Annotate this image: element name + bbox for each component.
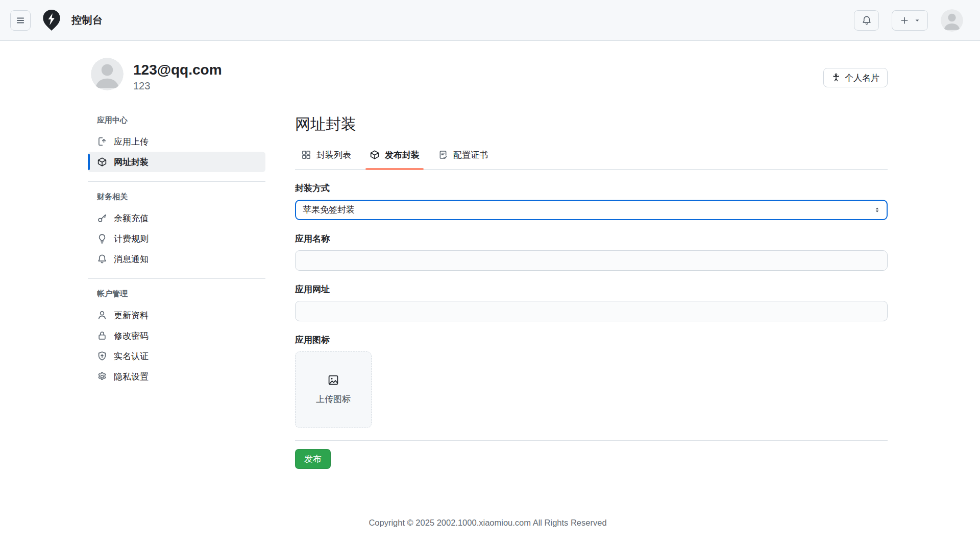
user-email: 123@qq.com xyxy=(133,62,222,78)
lock-icon xyxy=(97,330,107,341)
create-new-button[interactable] xyxy=(892,10,928,31)
sidebar-item-notifications[interactable]: 消息通知 xyxy=(88,249,265,269)
notifications-button[interactable] xyxy=(854,10,879,31)
key-icon xyxy=(97,213,107,223)
user-name: 123 xyxy=(133,80,222,92)
sidebar-item-label: 余额充值 xyxy=(114,213,149,224)
sidebar-item-label: 应用上传 xyxy=(114,136,149,148)
app-name-label: 应用名称 xyxy=(295,233,888,245)
tab-label: 发布封装 xyxy=(385,149,420,161)
content-title: 网址封装 xyxy=(295,114,888,134)
app-header: 控制台 xyxy=(0,0,980,41)
publish-button[interactable]: 发布 xyxy=(295,449,331,469)
accessibility-person-icon xyxy=(831,73,841,82)
app-url-label: 应用网址 xyxy=(295,284,888,295)
sidebar-section-account: 帐户管理 更新资料 修改密码 实名认证 xyxy=(88,278,265,392)
section-title: 应用中心 xyxy=(88,115,265,131)
sidebar-item-privacy-settings[interactable]: 隐私设置 xyxy=(88,366,265,387)
plus-icon xyxy=(900,16,909,25)
section-title: 财务相关 xyxy=(88,192,265,208)
hamburger-menu-button[interactable] xyxy=(10,10,31,31)
sidebar-item-balance-recharge[interactable]: 余额充值 xyxy=(88,208,265,228)
lightning-logo-icon xyxy=(41,9,62,32)
personal-card-button[interactable]: 个人名片 xyxy=(823,68,888,87)
app-name-input[interactable] xyxy=(295,250,888,271)
package-icon xyxy=(370,150,380,160)
tab-label: 封装列表 xyxy=(316,149,351,161)
tab-bar: 封装列表 发布封装 配置证书 xyxy=(295,144,888,170)
personal-card-label: 个人名片 xyxy=(845,72,879,84)
sidebar-item-billing-rules[interactable]: 计费规则 xyxy=(88,228,265,249)
tab-package-list[interactable]: 封装列表 xyxy=(295,144,357,169)
sidebar-item-label: 隐私设置 xyxy=(114,371,149,383)
package-icon xyxy=(97,157,107,167)
lightbulb-icon xyxy=(97,233,107,244)
upload-icon xyxy=(97,136,107,147)
sidebar-item-label: 更新资料 xyxy=(114,310,149,321)
sidebar-item-url-packaging[interactable]: 网址封装 xyxy=(88,152,265,172)
shield-check-icon xyxy=(97,351,107,361)
upload-icon-label: 上传图标 xyxy=(316,393,351,405)
apps-grid-icon xyxy=(301,150,311,160)
package-method-label: 封装方式 xyxy=(295,182,888,194)
main-content: 网址封装 封装列表 发布封装 xyxy=(295,114,888,469)
caret-down-icon xyxy=(914,17,920,23)
tab-publish-package[interactable]: 发布封装 xyxy=(363,144,426,169)
sidebar-item-label: 修改密码 xyxy=(114,330,149,342)
sidebar-section-finance: 财务相关 余额充值 计费规则 消息通知 xyxy=(88,181,265,274)
sidebar-item-change-password[interactable]: 修改密码 xyxy=(88,325,265,346)
app-url-input[interactable] xyxy=(295,301,888,321)
page-title: 控制台 xyxy=(71,13,103,27)
copyright-footer: Copyright © 2025 2002.1000.xiaomiou.com … xyxy=(88,518,888,543)
sidebar-item-app-upload[interactable]: 应用上传 xyxy=(88,131,265,152)
sidebar-item-label: 消息通知 xyxy=(114,253,149,265)
person-icon xyxy=(97,310,107,320)
form-divider xyxy=(295,440,888,441)
sidebar-nav: 应用中心 应用上传 网址封装 财务相关 xyxy=(88,114,265,392)
bell-icon xyxy=(97,254,107,264)
profile-avatar xyxy=(91,58,124,90)
sidebar-section-app-center: 应用中心 应用上传 网址封装 xyxy=(88,115,265,177)
sidebar-item-label: 网址封装 xyxy=(114,156,149,168)
icon-upload-dropzone[interactable]: 上传图标 xyxy=(295,351,372,428)
sidebar-item-label: 实名认证 xyxy=(114,350,149,362)
tab-configure-certificate[interactable]: 配置证书 xyxy=(432,144,494,169)
certificate-checklist-icon xyxy=(438,150,448,160)
sidebar-item-update-profile[interactable]: 更新资料 xyxy=(88,305,265,325)
header-user-avatar[interactable] xyxy=(941,9,963,32)
bell-icon xyxy=(862,15,872,26)
image-icon xyxy=(327,374,339,386)
section-title: 帐户管理 xyxy=(88,289,265,305)
app-icon-label: 应用图标 xyxy=(295,334,888,346)
profile-header: 123@qq.com 123 个人名片 xyxy=(91,58,888,92)
gear-icon xyxy=(97,371,107,382)
sidebar-item-label: 计费规则 xyxy=(114,233,149,245)
package-method-select[interactable]: 苹果免签封装 xyxy=(295,200,888,220)
sidebar-item-real-name-verification[interactable]: 实名认证 xyxy=(88,346,265,366)
three-bars-icon xyxy=(16,16,25,25)
tab-label: 配置证书 xyxy=(453,149,488,161)
